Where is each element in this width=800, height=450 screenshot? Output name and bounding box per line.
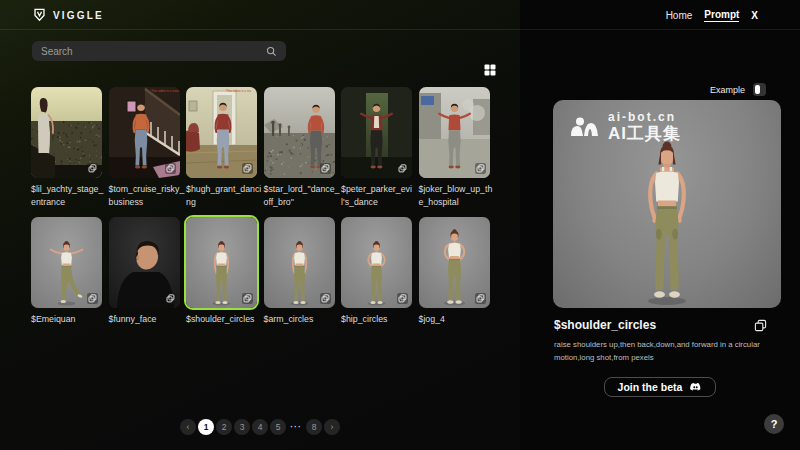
example-row: Example xyxy=(520,83,766,96)
toggle-knob xyxy=(755,85,760,94)
prompt-label: $tom_cruise_risky_business xyxy=(109,183,186,209)
prompt-card[interactable]: $jog_4 xyxy=(419,217,490,326)
pagination: ‹12345···8› xyxy=(0,419,520,435)
prompt-thumbnail[interactable] xyxy=(109,217,180,308)
prompt-title: $shoulder_circles xyxy=(554,318,656,332)
copy-icon[interactable] xyxy=(242,293,253,304)
prompt-card[interactable]: $lil_yachty_stage_entrance xyxy=(31,87,102,209)
copy-icon[interactable] xyxy=(320,163,331,174)
viggle-app: VIGGLE Home Prompt X Search $lil_yachty_… xyxy=(0,0,800,450)
copy-icon[interactable] xyxy=(475,293,486,304)
nav-x[interactable]: X xyxy=(751,10,758,21)
copy-icon[interactable] xyxy=(754,319,767,332)
prompt-label: $joker_blow_up_the_hospital xyxy=(419,183,496,209)
top-nav: Home Prompt X xyxy=(666,0,758,30)
grid-view-icon[interactable] xyxy=(484,64,496,76)
discord-icon xyxy=(689,381,702,394)
prompt-thumbnail[interactable] xyxy=(264,217,335,308)
prompt-card[interactable]: $funny_face xyxy=(109,217,180,326)
prompt-thumbnail[interactable]: This video is a transformation xyxy=(109,87,180,178)
app-logo[interactable]: VIGGLE xyxy=(33,8,104,22)
prompt-thumbnail[interactable] xyxy=(419,87,490,178)
copy-icon[interactable] xyxy=(320,293,331,304)
ai-bot-logo-icon xyxy=(570,117,600,137)
page-button-1[interactable]: 1 xyxy=(198,419,214,435)
page-button-3[interactable]: 3 xyxy=(234,419,250,435)
copy-icon[interactable] xyxy=(87,163,98,174)
prompt-card[interactable]: $peter_parker_evil's_dance xyxy=(341,87,412,209)
prompt-thumbnail[interactable]: This video is a tra xyxy=(186,87,257,178)
help-label: ? xyxy=(771,418,778,430)
prompt-thumbnail[interactable] xyxy=(341,217,412,308)
page-button-2[interactable]: 2 xyxy=(216,419,232,435)
next-button[interactable]: › xyxy=(324,419,340,435)
search-icon xyxy=(266,46,277,57)
page-button-5[interactable]: 5 xyxy=(270,419,286,435)
prompt-label: $hip_circles xyxy=(341,313,418,326)
dots-button: ··· xyxy=(288,419,304,435)
copy-icon[interactable] xyxy=(475,163,486,174)
nav-home[interactable]: Home xyxy=(666,10,693,21)
viggle-logo-icon xyxy=(33,8,46,22)
prompt-description: raise shoulders up,then back,down,and fo… xyxy=(554,339,760,364)
prompt-label: $star_lord_"dance_off_bro" xyxy=(264,183,341,209)
prev-button[interactable]: ‹ xyxy=(180,419,196,435)
prompt-thumbnail[interactable] xyxy=(264,87,335,178)
prompt-thumbnail[interactable] xyxy=(186,217,257,308)
copy-icon[interactable] xyxy=(242,163,253,174)
prompt-card[interactable]: $hip_circles xyxy=(341,217,412,326)
copy-icon[interactable] xyxy=(165,293,176,304)
example-preview: ai-bot.cn AI工具集 xyxy=(553,100,781,308)
prompt-label: $arm_circles xyxy=(264,313,341,326)
page-button-4[interactable]: 4 xyxy=(252,419,268,435)
example-toggle[interactable] xyxy=(753,83,766,96)
search-placeholder: Search xyxy=(41,46,266,57)
prompt-label: $lil_yachty_stage_entrance xyxy=(31,183,108,209)
app-logo-text: VIGGLE xyxy=(53,10,104,21)
prompt-thumbnail[interactable] xyxy=(31,217,102,308)
search-input[interactable]: Search xyxy=(32,41,286,61)
copy-icon[interactable] xyxy=(397,163,408,174)
prompt-thumbnail[interactable] xyxy=(31,87,102,178)
copy-icon[interactable] xyxy=(397,293,408,304)
prompt-card[interactable]: $shoulder_circles xyxy=(186,217,257,326)
prompt-card[interactable]: $Emeiquan xyxy=(31,217,102,326)
prompt-label: $funny_face xyxy=(109,313,186,326)
example-label: Example xyxy=(710,85,745,95)
prompt-label: $shoulder_circles xyxy=(186,313,263,326)
prompt-label: $hugh_grant_dancing xyxy=(186,183,263,209)
preview-figure xyxy=(612,138,722,308)
nav-prompt[interactable]: Prompt xyxy=(704,9,739,22)
prompt-thumbnail[interactable] xyxy=(341,87,412,178)
copy-icon[interactable] xyxy=(165,163,176,174)
svg-text:This video is a tra: This video is a tra xyxy=(226,89,251,93)
prompt-card[interactable]: $joker_blow_up_the_hospital xyxy=(419,87,490,209)
prompt-label: $jog_4 xyxy=(419,313,496,326)
prompt-card[interactable]: $star_lord_"dance_off_bro" xyxy=(264,87,335,209)
prompt-card[interactable]: $arm_circles xyxy=(264,217,335,326)
copy-icon[interactable] xyxy=(87,293,98,304)
join-beta-label: Join the beta xyxy=(618,381,683,393)
prompt-card[interactable]: This video is a tra $hugh_grant_dancing xyxy=(186,87,257,209)
prompt-label: $Emeiquan xyxy=(31,313,108,326)
join-beta-button[interactable]: Join the beta xyxy=(604,377,717,397)
svg-text:This video is a transformation: This video is a transformation xyxy=(151,89,180,93)
prompt-card[interactable]: This video is a transformation $tom_crui… xyxy=(109,87,180,209)
watermark-text-1: ai-bot.cn xyxy=(608,111,681,124)
prompt-grid: $lil_yachty_stage_entrance This video is… xyxy=(31,87,490,326)
help-button[interactable]: ? xyxy=(764,414,784,434)
prompt-thumbnail[interactable] xyxy=(419,217,490,308)
top-bar: VIGGLE Home Prompt X xyxy=(0,0,800,30)
page-button-8[interactable]: 8 xyxy=(306,419,322,435)
prompt-label: $peter_parker_evil's_dance xyxy=(341,183,418,209)
